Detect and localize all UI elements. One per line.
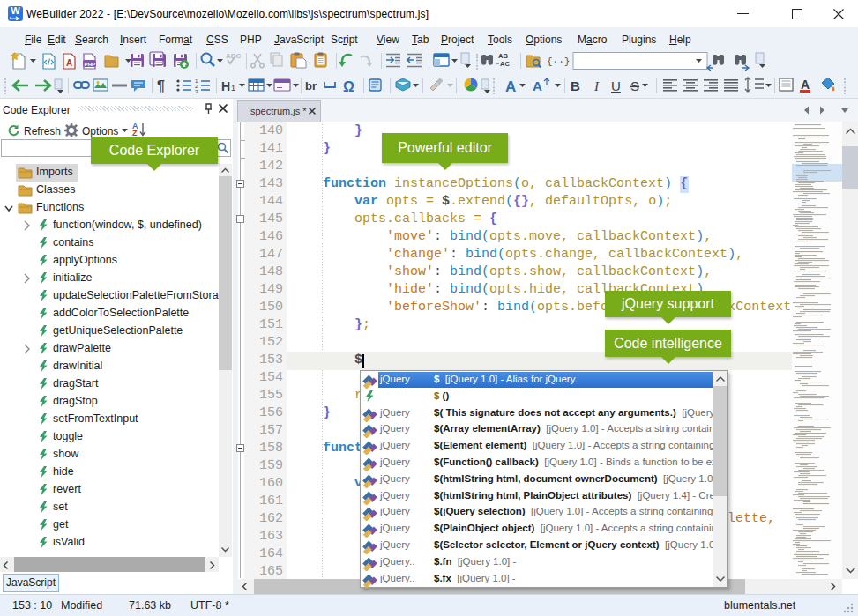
svg-text:¶: ¶: [157, 78, 165, 93]
svg-text:A: A: [66, 58, 72, 68]
svg-text:PHP: PHP: [85, 61, 96, 67]
svg-text:1: 1: [231, 84, 235, 93]
svg-text:br: br: [305, 79, 317, 93]
svg-text:A: A: [533, 78, 542, 93]
svg-text:A: A: [801, 78, 810, 92]
svg-text:I: I: [593, 79, 600, 93]
svg-text:Ω: Ω: [343, 79, 354, 94]
svg-text:S: S: [630, 78, 639, 93]
svg-text:B: B: [571, 78, 580, 93]
svg-text:AC: AC: [500, 60, 510, 68]
svg-text:A: A: [505, 78, 516, 95]
svg-text:{··}: {··}: [547, 56, 570, 67]
svg-text:3: 3: [195, 89, 198, 94]
svg-text:AB: AB: [498, 52, 508, 60]
svg-text:U: U: [611, 78, 621, 93]
svg-text:H: H: [221, 79, 230, 93]
